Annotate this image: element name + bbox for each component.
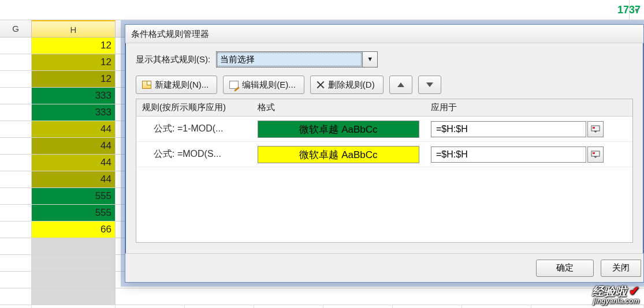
formula-input-area[interactable]	[0, 0, 630, 20]
new-icon	[142, 81, 151, 89]
arrow-up-icon	[397, 82, 404, 87]
edit-icon	[229, 81, 239, 89]
show-rules-label: 显示其格式规则(S):	[136, 54, 210, 65]
cell-h[interactable]: 333	[32, 104, 116, 121]
cell-rest[interactable]	[116, 288, 644, 305]
cell-g[interactable]	[0, 54, 32, 71]
watermark: 经验啦 ✔ jingyanla.com	[592, 285, 639, 305]
cell-g[interactable]	[0, 104, 32, 121]
cell-h[interactable]: 44	[32, 121, 116, 138]
cell-g[interactable]	[0, 238, 32, 255]
applies-to-cell	[427, 121, 607, 137]
header-format: 格式	[252, 102, 425, 113]
conditional-formatting-rules-manager: 条件格式规则管理器 显示其格式规则(S): ▼ 新建规则(N)... 编辑规则(…	[125, 24, 644, 283]
cell-g[interactable]	[0, 37, 32, 54]
preview-value: 1737	[592, 4, 644, 16]
rule-row[interactable]: 公式: =1-MOD(...微软卓越 AaBbCc	[136, 117, 632, 142]
rule-row[interactable]: 公式: =MOD(S...微软卓越 AaBbCc	[136, 142, 632, 167]
grid-row	[0, 288, 644, 305]
svg-rect-3	[593, 152, 595, 154]
cell-g[interactable]	[0, 155, 32, 171]
rules-table-header: 规则(按所示顺序应用) 格式 应用于	[136, 99, 632, 117]
cell-g[interactable]	[0, 188, 32, 205]
cell-g[interactable]	[0, 288, 32, 305]
scope-combo[interactable]: ▼	[216, 51, 378, 67]
new-rule-label: 新建规则(N)...	[155, 80, 209, 91]
applies-to-input[interactable]	[431, 147, 586, 163]
edit-rule-label: 编辑规则(E)...	[242, 80, 296, 91]
edit-rule-button[interactable]: 编辑规则(E)...	[223, 76, 304, 94]
range-selector-icon[interactable]	[587, 147, 604, 163]
header-apply: 应用于	[425, 102, 609, 113]
new-rule-button[interactable]: 新建规则(N)...	[136, 76, 217, 94]
cell-h[interactable]	[32, 255, 116, 272]
rules-table: 规则(按所示顺序应用) 格式 应用于 公式: =1-MOD(...微软卓越 Aa…	[136, 99, 633, 243]
cell-g[interactable]	[0, 71, 32, 88]
cell-h[interactable]: 12	[32, 71, 116, 88]
cell-g[interactable]	[0, 171, 32, 188]
cell-h[interactable]: 555	[32, 205, 116, 221]
rule-formula: 公式: =MOD(S...	[139, 148, 254, 160]
rules-toolbar: 新建规则(N)... 编辑规则(E)... 删除规则(D)	[136, 76, 633, 94]
move-down-button[interactable]	[418, 76, 441, 94]
cell-h[interactable]: 44	[32, 171, 116, 188]
arrow-down-icon	[426, 82, 433, 87]
watermark-url: jingyanla.com	[592, 298, 639, 305]
format-preview: 微软卓越 AaBbCc	[258, 121, 419, 138]
format-preview: 微软卓越 AaBbCc	[258, 146, 419, 163]
dialog-title: 条件格式规则管理器	[125, 25, 643, 43]
applies-to-cell	[427, 147, 607, 163]
checkmark-icon: ✔	[629, 284, 639, 298]
cell-g[interactable]	[0, 121, 32, 138]
bottom-gridline	[0, 305, 644, 308]
col-header-g[interactable]: G	[0, 20, 32, 37]
cell-h[interactable]: 44	[32, 138, 116, 155]
chevron-down-icon[interactable]: ▼	[363, 51, 378, 67]
cell-h[interactable]: 66	[32, 221, 116, 238]
rule-format-cell: 微软卓越 AaBbCc	[254, 121, 427, 138]
dialog-footer: 确定 关闭	[125, 253, 643, 282]
close-button[interactable]: 关闭	[601, 260, 641, 277]
col-header-h[interactable]: H	[32, 20, 116, 37]
svg-rect-1	[593, 127, 595, 129]
cell-h[interactable]: 333	[32, 88, 116, 104]
move-up-button[interactable]	[389, 76, 412, 94]
cell-g[interactable]	[0, 205, 32, 221]
formula-bar: ▾ 1737	[0, 0, 644, 20]
cell-h[interactable]: 555	[32, 188, 116, 205]
cell-h[interactable]: 12	[32, 54, 116, 71]
cell-h[interactable]: 12	[32, 37, 116, 54]
watermark-text: 经验啦	[592, 285, 627, 298]
cell-g[interactable]	[0, 138, 32, 155]
delete-rule-label: 删除规则(D)	[328, 80, 375, 91]
cell-h[interactable]	[32, 288, 116, 305]
cell-h[interactable]	[32, 272, 116, 288]
cell-g[interactable]	[0, 255, 32, 272]
rule-formula: 公式: =1-MOD(...	[139, 123, 254, 135]
scope-value[interactable]	[216, 51, 363, 67]
cell-g[interactable]	[0, 221, 32, 238]
cell-h[interactable]: 44	[32, 155, 116, 171]
cell-h[interactable]	[32, 238, 116, 255]
header-rule: 规则(按所示顺序应用)	[136, 102, 252, 113]
rule-format-cell: 微软卓越 AaBbCc	[254, 146, 427, 163]
applies-to-input[interactable]	[431, 121, 586, 137]
cell-g[interactable]	[0, 272, 32, 288]
ok-button[interactable]: 确定	[536, 260, 594, 277]
delete-rule-button[interactable]: 删除规则(D)	[310, 76, 384, 94]
range-selector-icon[interactable]	[587, 121, 604, 137]
cell-g[interactable]	[0, 88, 32, 104]
delete-icon	[317, 81, 325, 89]
